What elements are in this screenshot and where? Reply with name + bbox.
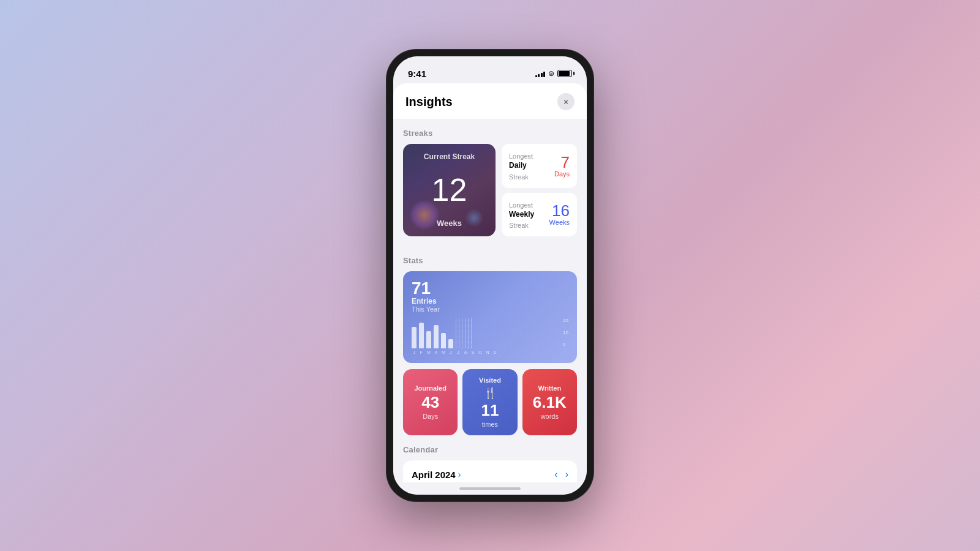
chart-y-10: 10 — [563, 330, 568, 335]
chart-month-9: O — [478, 350, 483, 354]
chart-bar-a7 — [459, 318, 459, 348]
stats-section-label: Stats — [403, 256, 577, 265]
longest-weekly-label: Longest Weekly Streak — [509, 199, 534, 231]
current-streak-unit: Weeks — [437, 219, 462, 228]
longest-weekly-value: 16 Weeks — [549, 203, 570, 226]
chart-bar-m2 — [426, 331, 431, 348]
chart-month-0: J — [412, 350, 417, 354]
chart-bar-n10 — [468, 318, 469, 348]
visited-unit: times — [482, 421, 498, 428]
battery-fill — [559, 71, 570, 76]
longest-weekly-label1: Longest — [509, 201, 533, 209]
signal-bar-3 — [541, 73, 543, 77]
status-bar: 9:41 ⊜ — [393, 56, 587, 83]
wifi-icon: ⊜ — [548, 69, 554, 78]
calendar-card: April 2024 › ‹ › SUN MON TUE WED THU — [403, 460, 577, 482]
streaks-section: Streaks Current Streak 12 Weeks — [393, 119, 587, 236]
chart-bar-d11 — [471, 318, 472, 348]
home-indicator-bar — [393, 482, 587, 495]
chart-month-5: J — [448, 350, 453, 354]
chart-month-7: A — [463, 350, 468, 354]
chart-bar-a3 — [434, 325, 439, 348]
chart-bar-o9 — [465, 318, 466, 348]
journaled-tile: Journaled 43 Days — [403, 369, 458, 435]
chart-month-8: S — [470, 350, 475, 354]
entries-info: 71 Entries This Year — [412, 280, 440, 313]
longest-daily-label1: Longest — [509, 152, 533, 160]
calendar-header: April 2024 › ‹ › — [412, 469, 568, 480]
longest-weekly-label2: Weekly — [509, 210, 534, 220]
stats-header: 71 Entries This Year — [412, 280, 568, 313]
journaled-label: Journaled — [414, 384, 447, 392]
journaled-number: 43 — [421, 394, 439, 410]
visited-number: 11 — [481, 402, 499, 418]
chart-month-6: J — [456, 350, 461, 354]
chart-month-labels: JFMAMJJASOND — [412, 350, 568, 354]
written-label: Written — [538, 384, 561, 392]
chart-bar-j5 — [448, 339, 453, 348]
longest-daily-streak-card: Longest Daily Streak 7 Days — [502, 144, 577, 188]
current-streak-number: 12 — [432, 174, 467, 206]
entries-label: Entries — [412, 297, 440, 305]
longest-weekly-label3: Streak — [509, 222, 529, 229]
chart-bar-j6 — [456, 318, 456, 348]
chart-bar-m4 — [441, 333, 446, 348]
fork-knife-icon: 🍴 — [483, 386, 497, 400]
modal-header: Insights × — [393, 83, 587, 119]
journaled-unit: Days — [423, 413, 438, 420]
written-unit: words — [541, 413, 559, 420]
chart-bar-j0 — [412, 327, 417, 348]
calendar-next-button[interactable]: › — [565, 469, 568, 480]
stats-section: Stats 71 Entries This Year — [393, 246, 587, 435]
longest-daily-label: Longest Daily Streak — [509, 150, 533, 182]
battery-icon — [557, 70, 572, 77]
calendar-section: Calendar April 2024 › ‹ › SUN — [393, 445, 587, 482]
phone-screen: 9:41 ⊜ Insights × — [393, 56, 587, 495]
longest-weekly-unit: Weeks — [549, 219, 570, 226]
chart-month-4: M — [441, 350, 446, 354]
signal-bar-4 — [543, 72, 545, 77]
chart-bars — [412, 318, 484, 348]
close-icon: × — [564, 98, 568, 106]
chart-month-3: A — [434, 350, 439, 354]
longest-daily-label3: Streak — [509, 173, 529, 181]
calendar-prev-button[interactable]: ‹ — [554, 469, 557, 480]
streaks-section-label: Streaks — [403, 129, 577, 138]
chart-month-1: F — [419, 350, 424, 354]
calendar-month-link[interactable]: › — [458, 470, 461, 479]
calendar-nav: ‹ › — [554, 469, 568, 480]
calendar-section-label: Calendar — [403, 445, 577, 454]
chart-bar-f1 — [419, 323, 424, 348]
signal-bar-2 — [538, 74, 540, 77]
stat-tiles: Journaled 43 Days Visited 🍴 11 times Wri… — [403, 369, 577, 435]
streaks-grid: Current Streak 12 Weeks Longest Daily — [403, 144, 577, 236]
status-icons: ⊜ — [535, 69, 573, 78]
chart-bars-area: 20 10 0 JFMAMJJASOND — [412, 318, 568, 354]
visited-label: Visited — [479, 377, 501, 384]
longest-weekly-number: 16 — [549, 203, 570, 219]
current-streak-label: Current Streak — [424, 152, 475, 161]
stats-chart-card: 71 Entries This Year 20 10 0 — [403, 271, 577, 363]
home-indicator — [459, 487, 521, 490]
written-tile: Written 6.1K words — [522, 369, 577, 435]
entries-sublabel: This Year — [412, 305, 440, 313]
chart-month-2: M — [426, 350, 431, 354]
current-streak-card: Current Streak 12 Weeks — [403, 144, 496, 236]
status-time: 9:41 — [408, 69, 426, 79]
chart-month-11: D — [492, 350, 497, 354]
chart-month-10: N — [485, 350, 490, 354]
longest-weekly-streak-card: Longest Weekly Streak 16 Weeks — [502, 193, 577, 237]
signal-bar-1 — [535, 75, 537, 77]
calendar-month: April 2024 — [412, 470, 456, 480]
close-button[interactable]: × — [557, 93, 575, 110]
streak-stats-column: Longest Daily Streak 7 Days — [502, 144, 577, 236]
longest-daily-number: 7 — [554, 154, 570, 170]
visited-tile: Visited 🍴 11 times — [462, 369, 517, 435]
chart-y-20: 20 — [563, 318, 568, 323]
longest-daily-value: 7 Days — [554, 154, 570, 178]
modal-content[interactable]: Insights × Streaks Current Streak 12 Wee… — [393, 83, 587, 482]
entries-count: 71 — [412, 280, 440, 297]
longest-daily-label2: Daily — [509, 161, 533, 171]
phone-frame: 9:41 ⊜ Insights × — [386, 49, 594, 502]
longest-daily-unit: Days — [554, 170, 570, 178]
